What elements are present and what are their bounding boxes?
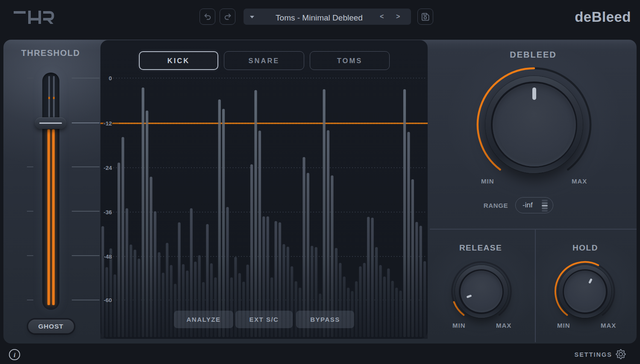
svg-text:-48: -48	[103, 253, 112, 260]
svg-text:-60: -60	[103, 297, 112, 303]
svg-text:0: 0	[109, 75, 112, 82]
svg-text:i: i	[14, 352, 16, 358]
svg-text:-12: -12	[103, 120, 112, 127]
svg-text:-24: -24	[103, 165, 112, 171]
svg-text:-36: -36	[103, 209, 112, 215]
